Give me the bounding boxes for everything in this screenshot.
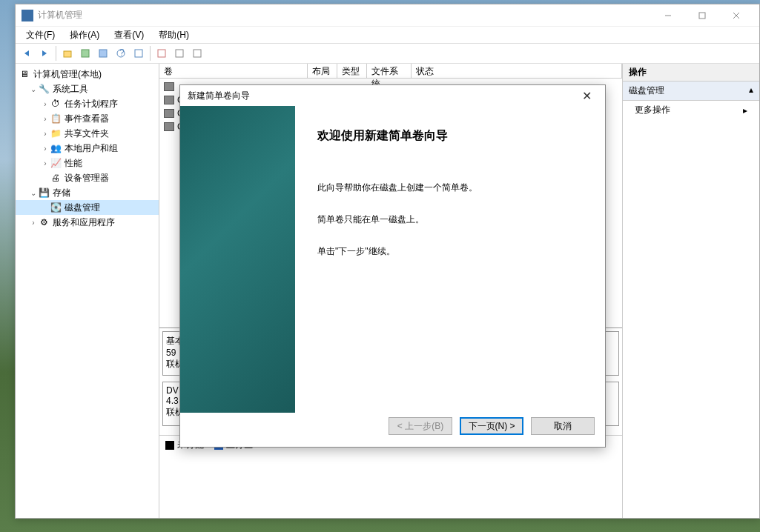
expand-icon[interactable]: › <box>41 159 50 167</box>
tree-device-manager[interactable]: 🖨 设备管理器 <box>16 170 159 185</box>
app-icon <box>22 10 33 21</box>
expand-icon[interactable]: › <box>41 100 50 108</box>
menu-file[interactable]: 文件(F) <box>22 27 59 43</box>
details-button[interactable] <box>171 45 188 61</box>
svg-rect-5 <box>82 50 89 57</box>
navigation-tree: 🖥 计算机管理(本地) ⌄ 🔧 系统工具 › ⏱ 任务计划程序 › 📋 事件查看… <box>16 64 159 518</box>
chevron-right-icon: ▸ <box>743 105 747 116</box>
tree-event-viewer[interactable]: › 📋 事件查看器 <box>16 111 159 126</box>
tree-label: 设备管理器 <box>65 172 109 184</box>
actions-section-label: 磁盘管理 <box>629 84 664 97</box>
maximize-button[interactable] <box>685 5 719 26</box>
properties-button[interactable] <box>77 45 93 61</box>
svg-rect-9 <box>135 50 142 57</box>
performance-icon: 📈 <box>50 157 62 169</box>
collapse-icon: ▴ <box>749 84 753 97</box>
services-icon: ⚙ <box>38 216 50 228</box>
refresh-button[interactable] <box>95 45 111 61</box>
col-filesystem[interactable]: 文件系统 <box>367 64 412 78</box>
tree-local-users[interactable]: › 👥 本地用户和组 <box>16 141 159 156</box>
users-icon: 👥 <box>50 142 62 154</box>
actions-header: 操作 <box>623 64 759 82</box>
cancel-button[interactable]: 取消 <box>531 417 595 435</box>
expand-icon[interactable]: › <box>41 115 50 123</box>
dialog-heading: 欢迎使用新建简单卷向导 <box>317 128 583 144</box>
tree-shared-folders[interactable]: › 📁 共享文件夹 <box>16 126 159 141</box>
legend-swatch <box>165 441 174 450</box>
dialog-buttons: < 上一步(B) 下一页(N) > 取消 <box>180 413 605 447</box>
new-volume-wizard-dialog: 新建简单卷向导 ✕ 欢迎使用新建简单卷向导 此向导帮助你在磁盘上创建一个简单卷。… <box>179 84 606 448</box>
disk-icon: 💽 <box>50 202 62 213</box>
volume-icon <box>164 96 174 104</box>
expand-icon[interactable]: › <box>29 219 38 227</box>
next-button[interactable]: 下一页(N) > <box>460 417 523 435</box>
dialog-main: 欢迎使用新建简单卷向导 此向导帮助你在磁盘上创建一个简单卷。 简单卷只能在单一磁… <box>295 106 605 413</box>
dialog-text: 简单卷只能在单一磁盘上。 <box>317 213 583 227</box>
actions-more[interactable]: 更多操作 ▸ <box>623 101 759 119</box>
dialog-sidebar-image <box>180 106 295 413</box>
dialog-title: 新建简单卷向导 <box>188 90 575 102</box>
volume-icon <box>164 82 174 91</box>
titlebar: 计算机管理 <box>16 4 759 27</box>
tree-label: 计算机管理(本地) <box>33 68 102 81</box>
tree-label: 本地用户和组 <box>65 142 118 155</box>
back-button: < 上一步(B) <box>389 417 452 435</box>
dialog-titlebar: 新建简单卷向导 ✕ <box>180 85 605 106</box>
chart-button[interactable] <box>189 45 205 61</box>
svg-rect-1 <box>699 13 705 19</box>
tree-label: 共享文件夹 <box>65 127 109 140</box>
menu-view[interactable]: 查看(V) <box>110 27 148 43</box>
volume-icon <box>164 109 174 118</box>
tree-label: 磁盘管理 <box>65 202 100 214</box>
actions-item-label: 更多操作 <box>635 104 670 116</box>
tree-label: 性能 <box>65 157 82 170</box>
column-headers: 卷 布局 类型 文件系统 状态 <box>159 64 622 79</box>
up-button[interactable] <box>59 45 76 61</box>
tree-performance[interactable]: › 📈 性能 <box>16 156 159 170</box>
svg-text:?: ? <box>119 48 125 58</box>
tree-storage[interactable]: ⌄ 💾 存储 <box>16 185 159 200</box>
svg-rect-12 <box>194 50 201 57</box>
dialog-close-button[interactable]: ✕ <box>575 89 598 103</box>
tools-icon: 🔧 <box>38 83 50 95</box>
col-type[interactable]: 类型 <box>337 64 367 78</box>
tree-system-tools[interactable]: ⌄ 🔧 系统工具 <box>16 82 159 96</box>
menu-action[interactable]: 操作(A) <box>65 27 104 43</box>
event-icon: 📋 <box>50 113 62 124</box>
tree-task-scheduler[interactable]: › ⏱ 任务计划程序 <box>16 96 159 111</box>
dialog-text: 单击"下一步"继续。 <box>317 245 583 259</box>
col-status[interactable]: 状态 <box>412 64 622 78</box>
tree-disk-management[interactable]: 💽 磁盘管理 <box>16 200 159 215</box>
svg-rect-11 <box>176 50 183 57</box>
forward-button[interactable] <box>36 45 53 61</box>
tree-label: 服务和应用程序 <box>53 216 115 229</box>
settings-icon[interactable] <box>130 45 147 61</box>
help-icon[interactable]: ? <box>113 45 129 61</box>
list-button[interactable] <box>153 45 170 61</box>
toolbar-separator <box>150 46 151 61</box>
toolbar-separator <box>56 46 56 61</box>
close-button[interactable] <box>719 5 753 26</box>
dialog-body: 欢迎使用新建简单卷向导 此向导帮助你在磁盘上创建一个简单卷。 简单卷只能在单一磁… <box>180 106 605 413</box>
collapse-icon[interactable]: ⌄ <box>29 85 38 93</box>
col-layout[interactable]: 布局 <box>308 64 337 78</box>
folder-icon: 📁 <box>50 127 62 139</box>
menu-help[interactable]: 帮助(H) <box>154 27 194 43</box>
toolbar: ? <box>16 43 759 64</box>
expand-icon[interactable]: › <box>41 130 50 138</box>
tree-label: 存储 <box>53 187 70 199</box>
col-volume[interactable]: 卷 <box>159 64 308 78</box>
collapse-icon[interactable]: ⌄ <box>29 189 38 197</box>
expand-icon[interactable]: › <box>41 144 50 153</box>
tree-label: 事件查看器 <box>65 113 109 125</box>
clock-icon: ⏱ <box>50 98 62 110</box>
actions-pane: 操作 磁盘管理 ▴ 更多操作 ▸ <box>623 64 759 518</box>
minimize-button[interactable] <box>651 5 685 26</box>
tree-root[interactable]: 🖥 计算机管理(本地) <box>16 67 159 82</box>
tree-services-apps[interactable]: › ⚙ 服务和应用程序 <box>16 215 159 230</box>
back-button[interactable] <box>19 45 35 61</box>
actions-section[interactable]: 磁盘管理 ▴ <box>623 82 759 101</box>
window-controls <box>651 5 753 26</box>
tree-label: 任务计划程序 <box>65 98 118 110</box>
window-title: 计算机管理 <box>38 9 651 21</box>
